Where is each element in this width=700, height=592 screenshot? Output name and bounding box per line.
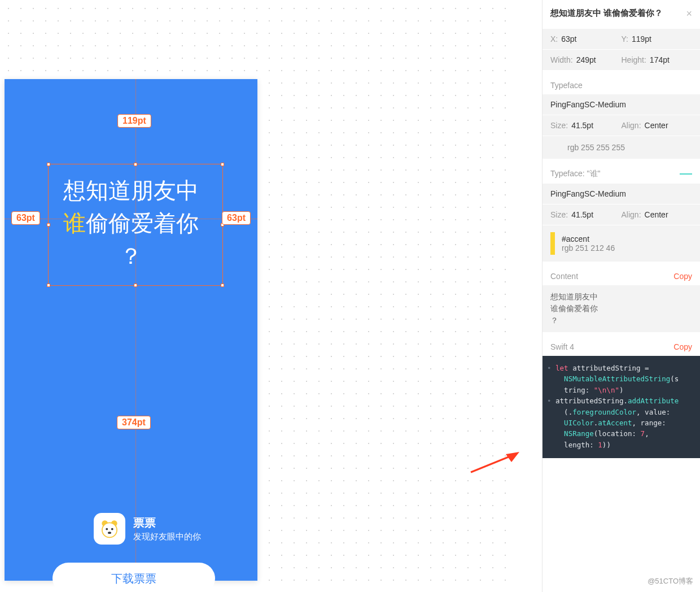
typeface-label: Typeface xyxy=(550,81,583,90)
code-label: Swift 4 xyxy=(550,342,574,351)
size2-label: Size: xyxy=(550,210,568,219)
headline-line3: ？ xyxy=(120,243,142,268)
width-label: Width: xyxy=(550,55,573,64)
code-section: Swift 4 Copy xyxy=(542,332,700,356)
svg-point-3 xyxy=(106,528,108,530)
artboard[interactable]: 119pt 63pt 63pt 374pt 想知道朋友中 谁偷偷爱着你 ？ xyxy=(5,79,257,581)
resize-handle[interactable] xyxy=(134,163,137,166)
inspector-panel: 想知道朋友中 谁偷偷爱着你？ × X:63pt Y:119pt Width:24… xyxy=(542,0,700,592)
accent-color-row[interactable]: #accent rgb 251 212 46 xyxy=(542,225,700,262)
code-block[interactable]: • let attributedString = NSMutableAttrib… xyxy=(542,356,700,458)
y-value: 119pt xyxy=(632,34,651,43)
x-label: X: xyxy=(550,34,558,43)
accent-underline-icon xyxy=(680,173,692,175)
annotation-arrow-icon xyxy=(469,452,519,475)
download-button[interactable]: 下载票票 xyxy=(53,563,215,592)
font2-metrics-row: Size:41.5pt Align:Center xyxy=(542,204,700,225)
typeface2-label: Typeface: "谁" xyxy=(550,169,601,179)
close-icon[interactable]: × xyxy=(686,8,692,19)
design-canvas[interactable]: 119pt 63pt 63pt 374pt 想知道朋友中 谁偷偷爱着你 ？ xyxy=(0,0,514,592)
align-value: Center xyxy=(645,121,668,130)
svg-point-4 xyxy=(111,528,113,530)
copy-content-button[interactable]: Copy xyxy=(673,272,692,281)
y-label: Y: xyxy=(622,34,628,43)
size-row: Width:249pt Height:174pt xyxy=(542,50,700,71)
app-info: 票票 发现好友眼中的你 xyxy=(94,513,201,545)
align2-value: Center xyxy=(645,210,668,219)
color-value: rgb 255 255 255 xyxy=(567,143,625,152)
app-name: 票票 xyxy=(133,515,201,530)
content-section: Content Copy xyxy=(542,262,700,285)
bear-icon xyxy=(99,518,120,539)
font-row: PingFangSC-Medium xyxy=(542,94,700,115)
measure-top: 119pt xyxy=(117,114,151,128)
headline-text[interactable]: 想知道朋友中 谁偷偷爱着你 ？ xyxy=(40,174,222,272)
font-name: PingFangSC-Medium xyxy=(550,100,626,109)
x-value: 63pt xyxy=(561,34,576,43)
svg-point-2 xyxy=(102,523,117,537)
svg-point-5 xyxy=(108,532,111,534)
copy-code-button[interactable]: Copy xyxy=(673,342,692,351)
resize-handle[interactable] xyxy=(221,163,224,166)
headline-accent: 谁 xyxy=(63,211,86,236)
accent-rgb: rgb 251 212 46 xyxy=(562,243,615,253)
typeface-section: Typeface xyxy=(542,71,700,94)
font2-row: PingFangSC-Medium xyxy=(542,184,700,204)
app-subtitle: 发现好友眼中的你 xyxy=(133,532,201,542)
resize-handle[interactable] xyxy=(221,284,224,287)
width-value: 249pt xyxy=(576,55,596,64)
typeface2-section: Typeface: "谁" xyxy=(542,159,700,184)
inspector-header: 想知道朋友中 谁偷偷爱着你？ × xyxy=(542,0,700,29)
color-swatch-icon xyxy=(550,232,555,255)
content-label: Content xyxy=(550,272,578,281)
app-icon xyxy=(94,513,125,545)
headline-line1: 想知道朋友中 xyxy=(63,178,199,203)
font-metrics-row: Size:41.5pt Align:Center xyxy=(542,115,700,136)
svg-marker-7 xyxy=(506,452,519,462)
align2-label: Align: xyxy=(622,210,641,219)
measure-bottom: 374pt xyxy=(117,416,151,429)
resize-handle[interactable] xyxy=(47,163,50,166)
size-value: 41.5pt xyxy=(571,121,593,130)
color-row[interactable]: rgb 255 255 255 xyxy=(542,136,700,159)
align-label: Align: xyxy=(622,121,641,130)
height-value: 174pt xyxy=(650,55,670,64)
font2-name: PingFangSC-Medium xyxy=(550,189,626,198)
accent-name: #accent xyxy=(562,234,615,243)
measure-right: 63pt xyxy=(222,211,251,225)
size2-value: 41.5pt xyxy=(571,210,593,219)
position-row: X:63pt Y:119pt xyxy=(542,29,700,50)
height-label: Height: xyxy=(622,55,646,64)
resize-handle[interactable] xyxy=(134,284,137,287)
ruler-vertical xyxy=(135,79,136,581)
svg-line-6 xyxy=(471,455,513,472)
measure-left: 63pt xyxy=(11,211,40,225)
resize-handle[interactable] xyxy=(47,284,50,287)
watermark: @51CTO博客 xyxy=(648,576,693,586)
inspector-title: 想知道朋友中 谁偷偷爱着你？ xyxy=(550,8,663,19)
size-label: Size: xyxy=(550,121,568,130)
content-text[interactable]: 想知道朋友中 谁偷偷爱着你 ？ xyxy=(542,285,700,332)
headline-line2-rest: 偷偷爱着你 xyxy=(86,211,199,236)
